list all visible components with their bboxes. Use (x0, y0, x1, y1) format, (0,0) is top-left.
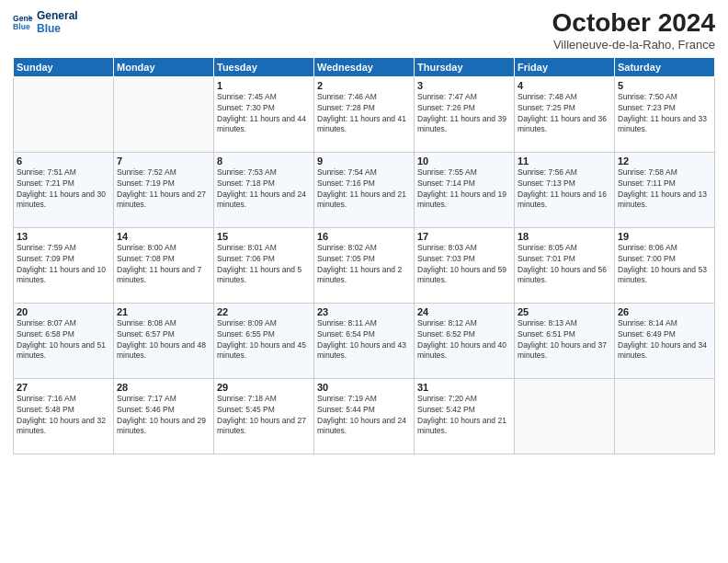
calendar-cell: 1 Sunrise: 7:45 AM Sunset: 7:30 PM Dayli… (214, 76, 314, 152)
calendar-cell: 8 Sunrise: 7:53 AM Sunset: 7:18 PM Dayli… (214, 152, 314, 227)
day-info: Sunrise: 8:01 AM Sunset: 7:06 PM Dayligh… (217, 243, 311, 287)
calendar-cell: 9 Sunrise: 7:54 AM Sunset: 7:16 PM Dayli… (314, 152, 415, 227)
day-number: 22 (217, 306, 311, 317)
sunset: Sunset: 6:54 PM (317, 329, 375, 339)
calendar-cell: 3 Sunrise: 7:47 AM Sunset: 7:26 PM Dayli… (415, 76, 515, 152)
day-info: Sunrise: 7:47 AM Sunset: 7:26 PM Dayligh… (417, 92, 511, 136)
calendar-cell (515, 378, 615, 454)
day-info: Sunrise: 7:46 AM Sunset: 7:28 PM Dayligh… (317, 92, 411, 136)
day-number: 24 (417, 306, 511, 317)
calendar-cell: 11 Sunrise: 7:56 AM Sunset: 7:13 PM Dayl… (515, 152, 615, 227)
day-number: 25 (518, 306, 611, 317)
daylight: Daylight: 10 hours and 24 minutes. (317, 416, 406, 436)
sunset: Sunset: 7:11 PM (618, 178, 676, 188)
sunset: Sunset: 6:58 PM (17, 329, 74, 339)
day-info: Sunrise: 8:08 AM Sunset: 6:57 PM Dayligh… (117, 318, 210, 362)
sunset: Sunset: 7:03 PM (417, 254, 475, 263)
day-info: Sunrise: 8:11 AM Sunset: 6:54 PM Dayligh… (317, 318, 411, 362)
calendar-cell: 22 Sunrise: 8:09 AM Sunset: 6:55 PM Dayl… (214, 303, 314, 378)
day-info: Sunrise: 7:59 AM Sunset: 7:09 PM Dayligh… (17, 243, 110, 287)
calendar-cell (615, 378, 715, 454)
day-number: 4 (518, 80, 611, 91)
day-number: 12 (618, 155, 711, 167)
sunset: Sunset: 6:52 PM (417, 329, 475, 339)
sunset: Sunset: 7:05 PM (317, 254, 375, 263)
day-number: 10 (417, 155, 511, 167)
sunrise: Sunrise: 7:48 AM (518, 92, 577, 101)
sunset: Sunset: 7:06 PM (217, 254, 275, 263)
calendar-cell (14, 76, 114, 152)
day-number: 17 (417, 231, 511, 242)
day-number: 31 (417, 382, 511, 393)
calendar-cell: 30 Sunrise: 7:19 AM Sunset: 5:44 PM Dayl… (314, 378, 415, 454)
sunrise: Sunrise: 7:53 AM (217, 167, 277, 177)
sunset: Sunset: 7:30 PM (217, 103, 275, 112)
calendar-table: SundayMondayTuesdayWednesdayThursdayFrid… (13, 57, 715, 454)
daylight: Daylight: 11 hours and 24 minutes. (217, 190, 306, 210)
weekday-header-friday: Friday (515, 57, 615, 76)
daylight: Daylight: 11 hours and 36 minutes. (518, 114, 607, 134)
calendar-cell: 21 Sunrise: 8:08 AM Sunset: 6:57 PM Dayl… (114, 303, 214, 378)
week-row-2: 6 Sunrise: 7:51 AM Sunset: 7:21 PM Dayli… (14, 152, 715, 227)
sunrise: Sunrise: 8:09 AM (217, 318, 277, 327)
sunrise: Sunrise: 8:00 AM (117, 243, 176, 252)
day-info: Sunrise: 7:19 AM Sunset: 5:44 PM Dayligh… (317, 394, 411, 438)
day-number: 15 (217, 231, 311, 242)
calendar-cell: 7 Sunrise: 7:52 AM Sunset: 7:19 PM Dayli… (114, 152, 214, 227)
week-row-3: 13 Sunrise: 7:59 AM Sunset: 7:09 PM Dayl… (14, 227, 715, 303)
day-number: 30 (317, 382, 411, 393)
day-info: Sunrise: 7:52 AM Sunset: 7:19 PM Dayligh… (117, 167, 210, 212)
day-info: Sunrise: 7:20 AM Sunset: 5:42 PM Dayligh… (417, 394, 511, 438)
sunrise: Sunrise: 7:45 AM (217, 92, 277, 101)
daylight: Daylight: 10 hours and 56 minutes. (518, 265, 607, 285)
daylight: Daylight: 11 hours and 39 minutes. (417, 114, 506, 134)
calendar-cell: 14 Sunrise: 8:00 AM Sunset: 7:08 PM Dayl… (114, 227, 214, 303)
sunset: Sunset: 6:55 PM (217, 329, 275, 339)
sunrise: Sunrise: 8:01 AM (217, 243, 277, 252)
day-number: 9 (317, 155, 411, 167)
calendar-cell: 25 Sunrise: 8:13 AM Sunset: 6:51 PM Dayl… (515, 303, 615, 378)
daylight: Daylight: 10 hours and 34 minutes. (618, 340, 707, 361)
daylight: Daylight: 10 hours and 43 minutes. (317, 340, 406, 361)
sunrise: Sunrise: 8:08 AM (117, 318, 176, 327)
sunrise: Sunrise: 8:05 AM (518, 243, 577, 252)
sunrise: Sunrise: 7:50 AM (618, 92, 677, 101)
day-number: 7 (117, 155, 210, 167)
daylight: Daylight: 10 hours and 51 minutes. (17, 340, 106, 361)
calendar-cell: 2 Sunrise: 7:46 AM Sunset: 7:28 PM Dayli… (314, 76, 415, 152)
day-info: Sunrise: 8:12 AM Sunset: 6:52 PM Dayligh… (417, 318, 511, 362)
sunrise: Sunrise: 7:46 AM (317, 92, 377, 101)
daylight: Daylight: 10 hours and 45 minutes. (217, 340, 306, 361)
calendar-cell: 5 Sunrise: 7:50 AM Sunset: 7:23 PM Dayli… (615, 76, 715, 152)
sunrise: Sunrise: 8:14 AM (618, 318, 677, 327)
day-info: Sunrise: 7:16 AM Sunset: 5:48 PM Dayligh… (17, 394, 110, 438)
calendar-cell: 19 Sunrise: 8:06 AM Sunset: 7:00 PM Dayl… (615, 227, 715, 303)
daylight: Daylight: 11 hours and 44 minutes. (217, 114, 306, 134)
day-number: 11 (518, 155, 611, 167)
daylight: Daylight: 11 hours and 2 minutes. (317, 265, 402, 285)
sunrise: Sunrise: 7:47 AM (417, 92, 477, 101)
daylight: Daylight: 10 hours and 37 minutes. (518, 340, 607, 361)
logo: General Blue General Blue (13, 9, 78, 36)
daylight: Daylight: 11 hours and 33 minutes. (618, 114, 707, 134)
weekday-header-monday: Monday (114, 57, 214, 76)
sunrise: Sunrise: 8:11 AM (317, 318, 377, 327)
title-area: October 2024 Villeneuve-de-la-Raho, Fran… (552, 9, 715, 52)
day-number: 13 (17, 231, 110, 242)
day-info: Sunrise: 7:18 AM Sunset: 5:45 PM Dayligh… (217, 394, 311, 438)
calendar-cell: 23 Sunrise: 8:11 AM Sunset: 6:54 PM Dayl… (314, 303, 415, 378)
calendar-cell: 20 Sunrise: 8:07 AM Sunset: 6:58 PM Dayl… (14, 303, 114, 378)
day-info: Sunrise: 8:00 AM Sunset: 7:08 PM Dayligh… (117, 243, 210, 287)
sunset: Sunset: 7:00 PM (618, 254, 676, 263)
sunset: Sunset: 7:21 PM (17, 178, 74, 188)
day-info: Sunrise: 7:50 AM Sunset: 7:23 PM Dayligh… (618, 92, 711, 136)
sunrise: Sunrise: 8:06 AM (618, 243, 677, 252)
day-number: 26 (618, 306, 711, 317)
calendar-cell: 13 Sunrise: 7:59 AM Sunset: 7:09 PM Dayl… (14, 227, 114, 303)
sunrise: Sunrise: 7:55 AM (417, 167, 477, 177)
sunset: Sunset: 5:42 PM (417, 405, 475, 414)
day-info: Sunrise: 8:06 AM Sunset: 7:00 PM Dayligh… (618, 243, 711, 287)
sunset: Sunset: 6:51 PM (518, 329, 575, 339)
calendar-cell: 10 Sunrise: 7:55 AM Sunset: 7:14 PM Dayl… (415, 152, 515, 227)
weekday-header-sunday: Sunday (14, 57, 114, 76)
